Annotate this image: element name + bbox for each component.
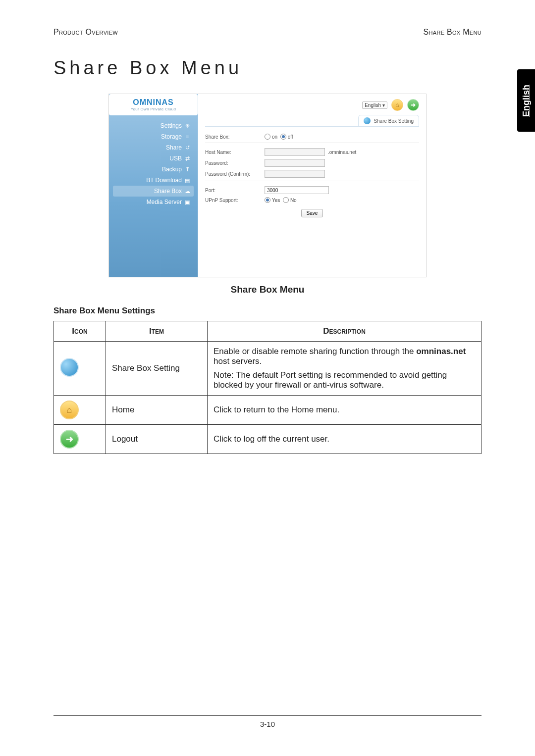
sidebar-item-settings[interactable]: Settings✳ (113, 120, 194, 131)
item-cell: Home (106, 396, 208, 425)
globe-icon (364, 117, 371, 124)
sidebar-item-mediaserver[interactable]: Media Server▣ (113, 197, 194, 207)
logout-icon[interactable]: ➜ (407, 99, 419, 111)
no-label: No (290, 198, 297, 203)
sharebox-on-radio[interactable] (265, 134, 270, 140)
sidebar-item-backup[interactable]: Backup⤒ (113, 164, 194, 175)
page-title: Share Box Menu (54, 57, 482, 79)
header-right: Share Box Menu (424, 28, 482, 37)
upnp-label: UPnP Support: (205, 198, 265, 203)
page-footer: 3-10 (54, 715, 482, 728)
screenshot: OMNINAS Your Own Private Cloud Settings✳… (108, 94, 427, 277)
save-button[interactable]: Save (301, 209, 323, 217)
usb-icon: ⇄ (184, 155, 191, 162)
chevron-down-icon: ▾ (382, 102, 385, 108)
screenshot-main: English ▾ ⌂ ➜ Share Box Setting Share Bo… (198, 94, 426, 277)
sidebar-item-storage[interactable]: Storage≡ (113, 131, 194, 142)
table-row: ⌂ Home Click to return to the Home menu. (54, 396, 482, 425)
port-label: Port: (205, 188, 265, 193)
sharebox-off-radio[interactable] (280, 134, 286, 140)
screenshot-sidebar: OMNINAS Your Own Private Cloud Settings✳… (109, 94, 198, 277)
settings-table: Icon Item Description Share Box Setting … (54, 321, 482, 454)
port-input[interactable]: 3000 (265, 186, 329, 194)
brand-name: OMNINAS (112, 98, 195, 107)
item-cell: Share Box Setting (106, 342, 208, 396)
table-caption: Share Box Menu Settings (54, 306, 482, 316)
password-input[interactable] (265, 159, 325, 167)
password-confirm-label: Password (Confirm): (205, 171, 265, 177)
header-left: Product Overview (54, 28, 118, 37)
storage-icon: ≡ (184, 133, 191, 140)
th-icon: Icon (54, 321, 106, 342)
btdownload-icon: ▤ (184, 177, 191, 184)
logout-icon: ➜ (60, 430, 79, 449)
tab-label: Share Box Setting (374, 118, 414, 124)
divider (205, 181, 419, 181)
desc-cell: Enable or disable remote sharing functio… (208, 342, 482, 396)
brand-tagline: Your Own Private Cloud (112, 107, 195, 111)
sidebar-item-sharebox[interactable]: Share Box☁ (113, 186, 194, 197)
upnp-yes-radio[interactable] (265, 197, 270, 203)
share-icon: ↺ (184, 144, 191, 151)
globe-icon (60, 358, 79, 377)
settings-icon: ✳ (184, 122, 191, 129)
brand-logo: OMNINAS Your Own Private Cloud (109, 94, 198, 115)
hostname-suffix: .omninas.net (328, 150, 356, 155)
on-label: on (272, 134, 277, 140)
home-icon: ⌂ (60, 401, 79, 419)
off-label: off (288, 134, 293, 140)
language-side-tab[interactable]: English (517, 69, 535, 132)
footer-divider (54, 715, 482, 716)
password-label: Password: (205, 160, 265, 166)
desc-cell: Click to log off the current user. (208, 425, 482, 454)
language-select-value: English (365, 102, 381, 108)
table-row: Share Box Setting Enable or disable remo… (54, 342, 482, 396)
table-header-row: Icon Item Description (54, 321, 482, 342)
mediaserver-icon: ▣ (184, 199, 191, 205)
figure-caption: Share Box Menu (54, 284, 482, 295)
page-header: Product Overview Share Box Menu (54, 28, 482, 37)
yes-label: Yes (272, 198, 280, 203)
screenshot-topbar: English ▾ ⌂ ➜ (205, 99, 419, 111)
upnp-no-radio[interactable] (283, 197, 289, 203)
hostname-input[interactable] (265, 148, 325, 156)
tab-row: Share Box Setting (205, 115, 419, 127)
tab-share-box-setting[interactable]: Share Box Setting (358, 115, 419, 126)
sidebar-item-usb[interactable]: USB⇄ (113, 153, 194, 164)
th-desc: Description (208, 321, 482, 342)
table-row: ➜ Logout Click to log off the current us… (54, 425, 482, 454)
password-confirm-input[interactable] (265, 170, 325, 178)
home-icon[interactable]: ⌂ (391, 99, 403, 111)
item-cell: Logout (106, 425, 208, 454)
page-number: 3-10 (54, 720, 482, 728)
hostname-label: Host Name: (205, 150, 265, 155)
divider (205, 143, 419, 143)
sharebox-label: Share Box: (205, 134, 265, 140)
backup-icon: ⤒ (184, 166, 191, 173)
th-item: Item (106, 321, 208, 342)
desc-cell: Click to return to the Home menu. (208, 396, 482, 425)
sharebox-icon: ☁ (184, 188, 191, 195)
language-side-tab-label: English (521, 84, 532, 116)
sidebar-item-share[interactable]: Share↺ (113, 142, 194, 153)
sidebar-item-btdownload[interactable]: BT Download▤ (113, 175, 194, 186)
language-select[interactable]: English ▾ (362, 101, 387, 109)
